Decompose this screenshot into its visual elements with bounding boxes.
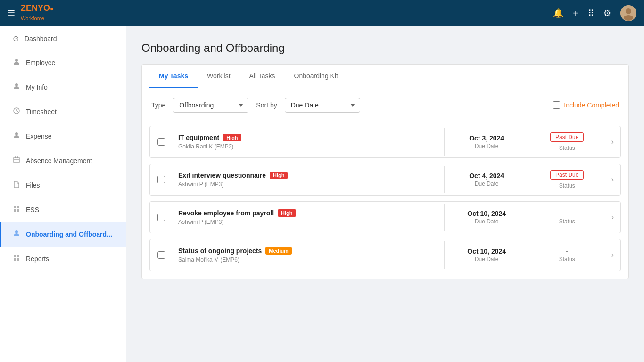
user-avatar[interactable] xyxy=(620,5,636,21)
table-row: Status of ongoing projects Medium Salma … xyxy=(149,239,621,271)
task-name: IT equipment xyxy=(178,134,219,141)
task-info: Revoke employee from payroll High Ashwin… xyxy=(173,204,445,231)
status-dash: - xyxy=(535,247,599,255)
svg-rect-8 xyxy=(14,206,16,208)
task-detail-arrow[interactable]: › xyxy=(605,213,620,222)
task-name-row: Revoke employee from payroll High xyxy=(178,209,438,217)
tab-onboarding-kit[interactable]: Onboarding Kit xyxy=(285,65,347,88)
status-badge: Past Due xyxy=(550,132,584,142)
sidebar-item-label: Files xyxy=(26,181,40,189)
sortby-select[interactable]: Due DatePriorityName xyxy=(285,98,360,113)
task-detail-arrow[interactable]: › xyxy=(605,251,620,259)
task-checkbox[interactable] xyxy=(157,138,165,146)
sidebar-item-ess[interactable]: ESS xyxy=(0,197,126,222)
task-info: Status of ongoing projects Medium Salma … xyxy=(173,241,445,269)
type-select[interactable]: OffboardingOnboarding xyxy=(173,98,248,113)
task-checkbox[interactable] xyxy=(157,251,165,259)
task-checkbox[interactable] xyxy=(157,176,165,183)
my-info-icon xyxy=(13,82,20,92)
task-date-value: Oct 10, 2024 xyxy=(450,210,523,217)
svg-rect-16 xyxy=(17,258,19,261)
task-checkbox[interactable] xyxy=(157,214,165,221)
task-due-date: Oct 4, 2024 Due Date xyxy=(445,166,529,193)
sidebar-item-employee[interactable]: Employee xyxy=(0,50,126,75)
tasks-list: IT equipment High Gokila Rani K (EMP2) O… xyxy=(142,122,628,279)
include-completed-checkbox[interactable] xyxy=(553,101,560,109)
task-status-label: Status xyxy=(535,145,599,151)
task-name: Exit interview questionnaire xyxy=(178,172,266,179)
tab-worklist[interactable]: Worklist xyxy=(198,65,240,88)
table-row: Exit interview questionnaire High Ashwin… xyxy=(149,164,621,196)
table-row: IT equipment High Gokila Rani K (EMP2) O… xyxy=(149,126,621,158)
expense-icon xyxy=(13,132,20,141)
svg-rect-15 xyxy=(14,258,16,261)
sidebar-item-timesheet[interactable]: Timesheet xyxy=(0,99,126,124)
timesheet-icon xyxy=(13,107,20,116)
files-icon xyxy=(13,181,20,190)
ess-icon xyxy=(13,205,20,214)
type-label: Type xyxy=(151,101,165,109)
sortby-label: Sort by xyxy=(256,101,277,109)
svg-rect-10 xyxy=(14,209,16,212)
task-due-date: Oct 10, 2024 Due Date xyxy=(445,204,529,230)
tab-my-tasks[interactable]: My Tasks xyxy=(149,65,198,88)
task-name-row: IT equipment High xyxy=(178,134,438,141)
logo-zenyo: ZENYO xyxy=(21,3,50,13)
priority-badge: Medium xyxy=(265,247,292,255)
task-info: Exit interview questionnaire High Ashwin… xyxy=(173,166,445,193)
sidebar-item-files[interactable]: Files xyxy=(0,173,126,197)
task-assignee: Ashwini P (EMP3) xyxy=(178,181,438,188)
svg-rect-13 xyxy=(14,255,16,257)
sidebar-item-label: Absence Management xyxy=(26,157,92,165)
task-status: - Status xyxy=(529,242,605,268)
svg-point-3 xyxy=(15,59,18,62)
sidebar-item-dashboard[interactable]: ⊙ Dashboard xyxy=(0,26,126,50)
topnav-right: 🔔 + ⠿ ⚙ xyxy=(553,5,636,21)
svg-point-1 xyxy=(626,8,631,14)
topnav-left: ☰ ZENYO● Workforce xyxy=(8,4,54,23)
grid-icon[interactable]: ⠿ xyxy=(588,8,594,18)
status-badge: Past Due xyxy=(550,170,584,180)
task-name: Status of ongoing projects xyxy=(178,247,262,255)
add-icon[interactable]: + xyxy=(573,8,578,19)
task-date-label: Due Date xyxy=(450,256,523,263)
priority-badge: High xyxy=(278,209,296,217)
sidebar-item-expense[interactable]: Expense xyxy=(0,124,126,148)
sidebar-item-label: Employee xyxy=(26,59,55,66)
svg-point-2 xyxy=(624,15,633,21)
task-name-row: Status of ongoing projects Medium xyxy=(178,247,438,255)
svg-point-4 xyxy=(15,83,18,86)
priority-badge: High xyxy=(223,134,241,141)
task-detail-arrow[interactable]: › xyxy=(605,175,620,184)
tabs-bar: My TasksWorklistAll TasksOnboarding Kit xyxy=(142,65,628,88)
task-date-label: Due Date xyxy=(450,181,523,187)
top-navigation: ☰ ZENYO● Workforce 🔔 + ⠿ ⚙ xyxy=(0,0,644,26)
task-detail-arrow[interactable]: › xyxy=(605,138,620,146)
settings-icon[interactable]: ⚙ xyxy=(603,8,611,18)
sidebar-item-label: Reports xyxy=(26,255,49,263)
task-status-label: Status xyxy=(535,218,599,225)
bell-icon[interactable]: 🔔 xyxy=(553,8,563,18)
svg-point-6 xyxy=(15,132,18,135)
sidebar: ⊙ Dashboard Employee My Info Timesheet E… xyxy=(0,26,126,362)
task-date-label: Due Date xyxy=(450,218,523,225)
logo: ZENYO● Workforce xyxy=(21,4,54,23)
status-dash: - xyxy=(535,210,599,217)
employee-icon xyxy=(13,58,20,67)
filters-bar: Type OffboardingOnboarding Sort by Due D… xyxy=(142,88,628,122)
sidebar-item-label: My Info xyxy=(26,83,48,91)
include-completed-label[interactable]: Include Completed xyxy=(564,101,619,109)
table-row: Revoke employee from payroll High Ashwin… xyxy=(149,201,621,233)
reports-icon xyxy=(13,254,20,263)
tab-all-tasks[interactable]: All Tasks xyxy=(240,65,285,88)
svg-rect-14 xyxy=(17,255,19,257)
sidebar-item-my-info[interactable]: My Info xyxy=(0,75,126,99)
sidebar-item-absence-management[interactable]: Absence Management xyxy=(0,148,126,173)
hamburger-icon[interactable]: ☰ xyxy=(8,8,15,18)
task-date-label: Due Date xyxy=(450,143,523,149)
sidebar-item-onboarding[interactable]: Onboarding and Offboard... xyxy=(0,222,126,247)
task-name-row: Exit interview questionnaire High xyxy=(178,172,438,179)
task-status: Past Due Status xyxy=(529,165,605,195)
sidebar-item-reports[interactable]: Reports xyxy=(0,247,126,271)
absence-management-icon xyxy=(13,156,20,165)
